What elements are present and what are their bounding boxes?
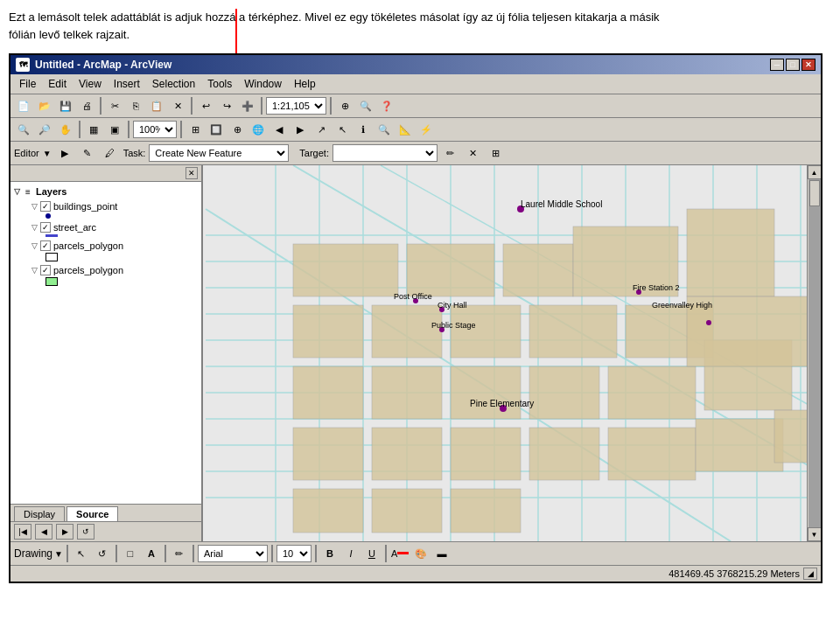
map-svg: Laurel Middle School Post Office City Ha…: [203, 165, 821, 541]
edit-start-btn[interactable]: ▶: [55, 143, 74, 163]
new-button[interactable]: 📄: [14, 96, 33, 115]
nav-next-button[interactable]: ▶: [56, 524, 74, 540]
select-features-tool[interactable]: ▦: [84, 120, 103, 139]
title-controls[interactable]: ─ □ ✕: [770, 59, 816, 71]
open-button[interactable]: 📂: [35, 96, 54, 115]
layer-buildings-expand[interactable]: ▽: [32, 202, 38, 211]
find-tool[interactable]: 🔍: [374, 120, 394, 139]
layer-parcels2-item[interactable]: ▽ ✓ parcels_polygon: [32, 265, 198, 275]
layer-buildings-item[interactable]: ▽ ✓ buildings_point: [32, 201, 198, 212]
zoom-full-button[interactable]: ⊞: [186, 120, 205, 139]
back-button[interactable]: ◀: [270, 120, 289, 139]
svg-rect-47: [529, 428, 599, 480]
font-size-selector[interactable]: 10: [276, 545, 312, 562]
layer-parcels1-checkbox[interactable]: ✓: [40, 240, 51, 251]
editor-sketch-btn[interactable]: ✏: [441, 143, 460, 163]
menu-tools[interactable]: Tools: [202, 76, 237, 92]
redo-button[interactable]: ↪: [217, 96, 236, 115]
bold-button[interactable]: B: [320, 544, 340, 563]
font-color-btn[interactable]: A: [390, 544, 410, 563]
map-scrollbar-v[interactable]: ▲ ▼: [807, 165, 821, 541]
layer-parcels2-symbol-row: [46, 277, 198, 286]
pan-tool[interactable]: ✋: [56, 120, 75, 139]
measure-tool[interactable]: 📐: [396, 120, 415, 139]
zoom-out-tool[interactable]: 🔎: [35, 120, 54, 139]
tab-display[interactable]: Display: [14, 506, 65, 521]
rect-draw-tool[interactable]: □: [121, 544, 140, 563]
menu-edit[interactable]: Edit: [43, 76, 72, 92]
scale-selector[interactable]: 1:21,105: [266, 97, 326, 115]
fill-color-btn[interactable]: 🎨: [411, 544, 430, 563]
layer-parcels2-checkbox[interactable]: ✓: [40, 265, 51, 275]
help-button[interactable]: ❓: [377, 96, 396, 115]
globe-button[interactable]: 🌐: [248, 120, 268, 139]
task-selector[interactable]: Create New Feature: [149, 144, 289, 162]
maximize-button[interactable]: □: [786, 59, 800, 71]
target-selector[interactable]: [332, 144, 438, 162]
tab-source[interactable]: Source: [66, 506, 118, 521]
layers-expand-icon[interactable]: ▽: [14, 187, 20, 196]
draw-tools-btn[interactable]: ✏: [170, 544, 189, 563]
identify-tool[interactable]: ℹ: [354, 120, 373, 139]
layer-parcels1-item[interactable]: ▽ ✓ parcels_polygon: [32, 240, 198, 251]
menu-help[interactable]: Help: [289, 76, 321, 92]
zoom-in-button[interactable]: 🔍: [356, 96, 375, 115]
cut-button[interactable]: ✂: [105, 96, 124, 115]
scroll-thumb[interactable]: [809, 180, 820, 206]
select-elements-tool[interactable]: ▣: [105, 120, 124, 139]
delete-button[interactable]: ✕: [168, 96, 187, 115]
svg-text:Public Stage: Public Stage: [431, 321, 476, 330]
add-data-button[interactable]: ➕: [238, 96, 257, 115]
menu-window[interactable]: Window: [239, 76, 287, 92]
forward-button[interactable]: ▶: [290, 120, 310, 139]
print-button[interactable]: 🖨: [77, 96, 96, 115]
menu-view[interactable]: View: [74, 76, 107, 92]
target-label: Target:: [299, 148, 329, 158]
nav-prev-button[interactable]: ◀: [35, 524, 52, 540]
menu-selection[interactable]: Selection: [147, 76, 200, 92]
hyperlink-tool[interactable]: ⚡: [416, 120, 436, 139]
undo-button[interactable]: ↩: [196, 96, 215, 115]
layer-street-expand[interactable]: ▽: [32, 223, 38, 232]
zoom-percent-selector[interactable]: 100%: [133, 121, 177, 138]
status-corner-btn[interactable]: ◢: [803, 568, 817, 580]
drawing-dropdown-icon[interactable]: ▼: [54, 549, 63, 559]
minimize-button[interactable]: ─: [770, 59, 784, 71]
font-selector[interactable]: Arial: [198, 545, 268, 562]
save-button[interactable]: 💾: [56, 96, 75, 115]
close-button[interactable]: ✕: [802, 59, 816, 71]
menu-insert[interactable]: Insert: [108, 76, 145, 92]
layer-street-checkbox[interactable]: ✓: [40, 222, 51, 233]
scroll-up-button[interactable]: ▲: [808, 165, 822, 179]
copy-button[interactable]: ⎘: [126, 96, 145, 115]
zoom-in-tool[interactable]: 🔍: [14, 120, 33, 139]
arrow-select-tool[interactable]: ↖: [72, 544, 91, 563]
edit-pencil-btn[interactable]: ✎: [78, 143, 97, 163]
paste-button[interactable]: 📋: [147, 96, 166, 115]
layer-street-group: ▽ ✓ street_arc: [24, 222, 198, 237]
svg-rect-45: [372, 428, 442, 480]
text-tool[interactable]: A: [142, 544, 161, 563]
rotate-button[interactable]: ↗: [312, 120, 331, 139]
rotate-tool[interactable]: ↺: [93, 544, 112, 563]
layer-buildings-checkbox[interactable]: ✓: [40, 201, 51, 212]
layer-street-item[interactable]: ▽ ✓ street_arc: [32, 222, 198, 233]
menu-file[interactable]: File: [14, 76, 41, 92]
scroll-down-button[interactable]: ▼: [808, 527, 822, 541]
edit-pen-btn[interactable]: 🖊: [101, 143, 120, 163]
nav-first-button[interactable]: |◀: [14, 524, 32, 540]
map-area[interactable]: Laurel Middle School Post Office City Ha…: [203, 165, 821, 541]
nav-refresh-button[interactable]: ↺: [77, 524, 94, 540]
full-extent-button[interactable]: ⊕: [335, 96, 354, 115]
fixed-zoom-in-button[interactable]: ⊕: [228, 120, 247, 139]
line-color-btn[interactable]: ▬: [432, 544, 452, 563]
editor-snap-btn[interactable]: ⊞: [486, 143, 506, 163]
toc-close-button[interactable]: ✕: [186, 167, 198, 179]
italic-button[interactable]: I: [341, 544, 360, 563]
zoom-layer-button[interactable]: 🔲: [206, 120, 226, 139]
layer-parcels1-expand[interactable]: ▽: [32, 241, 38, 250]
layer-parcels2-expand[interactable]: ▽: [32, 266, 38, 275]
arrow-tool[interactable]: ↖: [332, 120, 352, 139]
editor-del-btn[interactable]: ✕: [464, 143, 483, 163]
underline-button[interactable]: U: [362, 544, 382, 563]
